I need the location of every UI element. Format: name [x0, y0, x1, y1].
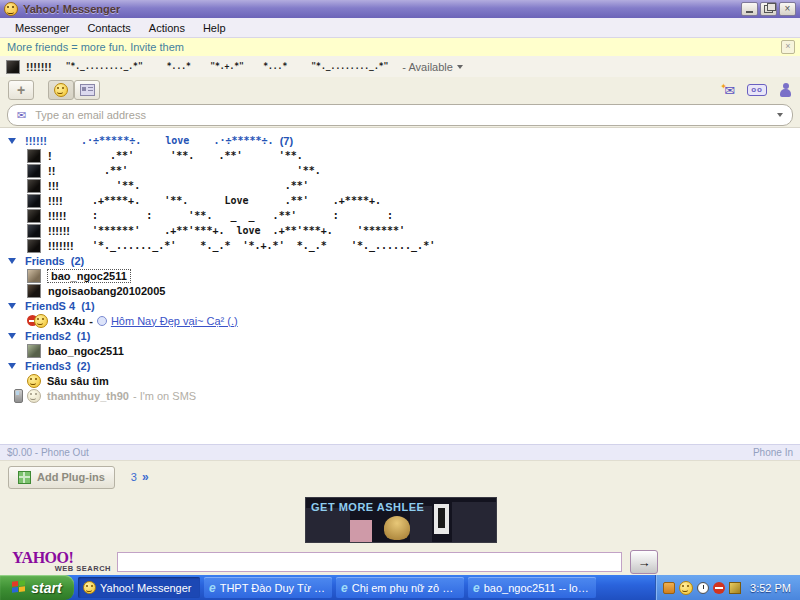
group-header-love[interactable]: !!!!!! .·÷*****÷. love .·÷*****÷. (7) [0, 133, 800, 148]
start-label: start [31, 580, 61, 596]
contact-status-art: '*._......_.*' *._.* '*.+.*' *._.* '*._.… [92, 240, 435, 251]
taskbar-task-browser-2[interactable]: e Chị em phụ nữ zô đây... [336, 577, 464, 598]
chevron-down-icon[interactable] [777, 113, 783, 117]
start-button[interactable]: start [0, 575, 74, 600]
window-title: Yahoo! Messenger [23, 3, 120, 15]
tray-app-icon[interactable] [729, 582, 741, 594]
contact-view-button[interactable] [48, 80, 74, 100]
toolbar: + ✉ ✦ oo [0, 77, 800, 103]
envelope-icon: ✉ [17, 109, 26, 122]
contact-row[interactable]: !! .**' '**. [0, 163, 800, 178]
add-plugins-button[interactable]: Add Plug-ins [8, 466, 115, 489]
contact-list: !!!!!! .·÷*****÷. love .·÷*****÷. (7) ! … [0, 127, 800, 444]
taskbar-task-browser-1[interactable]: e THPT Đào Duy Từ - T... [204, 577, 332, 598]
collapse-triangle-icon[interactable] [8, 138, 16, 144]
ad-banner[interactable]: GET MORE ASHLEE [305, 497, 497, 543]
web-search-bar: Yahoo! WEB SEARCH → [0, 546, 800, 578]
contact-row[interactable]: ngoisaobang20102005 [0, 283, 800, 298]
ad-image [350, 520, 372, 542]
group-label: !!!!!! [25, 135, 47, 147]
avatar [27, 164, 41, 178]
contact-row[interactable]: bao_ngoc2511 [0, 343, 800, 358]
contact-status-art: .+****+. '**. Love .**' .+****+. [92, 195, 381, 206]
availability-dropdown[interactable]: - Available [402, 61, 463, 73]
email-search-box[interactable]: ✉ [7, 104, 793, 126]
tray-clock-icon[interactable] [697, 582, 709, 594]
contact-row[interactable]: !!!! .+****+. '**. Love .**' .+****+. [0, 193, 800, 208]
contact-name: !!!!!!! [48, 240, 92, 252]
phone-out-label[interactable]: $0.00 - Phone Out [7, 447, 89, 458]
address-book-button[interactable] [74, 80, 100, 100]
status-message-link[interactable]: Hôm Nay Đẹp vại~ Cạ² (.) [111, 315, 238, 327]
ad-image [306, 508, 350, 542]
voicemail-button[interactable]: oo [747, 84, 767, 96]
menu-contacts[interactable]: Contacts [78, 20, 139, 36]
group-header-friends4[interactable]: FriendS 4 (1) [0, 298, 800, 313]
menu-messenger[interactable]: Messenger [6, 20, 78, 36]
contact-row[interactable]: !!!!! : : '**. _ _ .**' : : [0, 208, 800, 223]
avatar [27, 209, 41, 223]
invite-friends-link[interactable]: More friends = more fun. Invite them [7, 41, 184, 53]
avatar [27, 179, 41, 193]
ad-image [434, 504, 449, 534]
web-search-input[interactable] [117, 552, 622, 572]
email-search-row: ✉ [0, 103, 800, 127]
chevron-down-icon [457, 65, 463, 69]
contact-row[interactable]: thanhthuy_th90 - I'm on SMS [0, 388, 800, 403]
phone-bar: $0.00 - Phone Out Phone In [0, 444, 800, 460]
avatar[interactable] [6, 60, 20, 74]
add-contact-button[interactable]: + [8, 80, 34, 100]
plugin-icon [18, 471, 31, 484]
tray-busy-icon[interactable] [713, 582, 725, 594]
contact-row[interactable]: !!!!!! '******' .+**'***+. love .+**'***… [0, 223, 800, 238]
taskbar-task-yahoo-messenger[interactable]: Yahoo! Messenger [78, 577, 200, 598]
taskbar-task-browser-3[interactable]: e bao_ngoc2511 -- loit... [468, 577, 596, 598]
email-address-input[interactable] [33, 108, 777, 122]
banner-close-icon[interactable]: × [781, 40, 795, 54]
ad-zone: GET MORE ASHLEE [0, 493, 800, 546]
status-message: "*._........_.*" *...* "*.+.*" *...* "*.… [66, 62, 389, 71]
user-display-name: !!!!!!! [26, 61, 52, 73]
contact-row[interactable]: !!! '**. .**' [0, 178, 800, 193]
contact-name: !!!! [48, 195, 92, 207]
search-go-button[interactable]: → [630, 550, 658, 574]
phone-in-label[interactable]: Phone In [753, 447, 793, 458]
collapse-triangle-icon[interactable] [8, 303, 16, 309]
smiley-offline-icon [27, 389, 41, 403]
menu-help[interactable]: Help [194, 20, 235, 36]
contact-row[interactable]: !!!!!!! '*._......_.*' *._.* '*.+.*' *._… [0, 238, 800, 253]
avatar [27, 149, 41, 163]
group-label: Friends2 [25, 330, 71, 342]
taskbar-clock: 3:52 PM [750, 582, 791, 594]
restore-button[interactable] [760, 2, 777, 16]
ad-headline: GET MORE ASHLEE [311, 501, 424, 513]
contact-status-art: .**' '**. .**' '**. [92, 150, 303, 161]
messenger-buddy-icon[interactable] [779, 83, 792, 97]
address-card-icon [80, 84, 95, 96]
collapse-triangle-icon[interactable] [8, 333, 16, 339]
contact-name: ! [48, 150, 92, 162]
contact-row-selected[interactable]: bao_ngoc2511 [0, 268, 800, 283]
collapse-triangle-icon[interactable] [8, 258, 16, 264]
tray-mail-icon[interactable] [663, 582, 675, 594]
title-bar[interactable]: Yahoo! Messenger × [0, 0, 800, 18]
tray-messenger-icon[interactable] [679, 581, 693, 595]
contact-row[interactable]: k3x4u - Hôm Nay Đẹp vại~ Cạ² (.) [0, 313, 800, 328]
task-label: Yahoo! Messenger [100, 582, 192, 594]
mail-button[interactable]: ✉ ✦ [724, 84, 735, 97]
contact-row[interactable]: ! .**' '**. .**' '**. [0, 148, 800, 163]
ad-image [384, 516, 410, 540]
group-header-friends3[interactable]: Friends3 (2) [0, 358, 800, 373]
contact-row[interactable]: Sâu sâu tìm [0, 373, 800, 388]
close-button[interactable]: × [779, 2, 796, 16]
contact-name: !! [48, 165, 92, 177]
group-header-friends[interactable]: Friends (2) [0, 253, 800, 268]
collapse-triangle-icon[interactable] [8, 363, 16, 369]
arrow-right-icon: → [638, 556, 651, 569]
group-header-friends2[interactable]: Friends2 (1) [0, 328, 800, 343]
yahoo-smiley-icon [4, 2, 18, 16]
chevron-right-icon[interactable]: » [142, 470, 149, 484]
menu-actions[interactable]: Actions [140, 20, 194, 36]
plugins-count: 3 [131, 471, 137, 483]
minimize-button[interactable] [741, 2, 758, 16]
